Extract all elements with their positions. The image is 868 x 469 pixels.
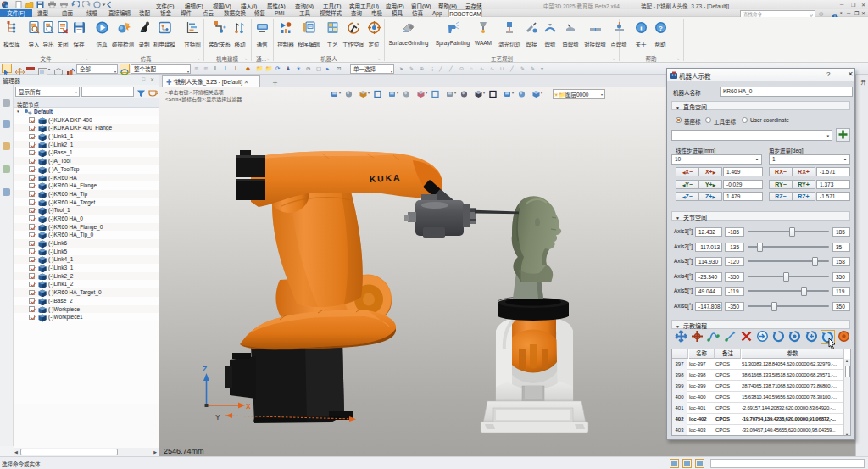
svg-text:Z: Z: [203, 365, 207, 373]
svg-text:?: ?: [659, 25, 663, 32]
svg-text:Y: Y: [215, 413, 220, 422]
svg-text:KUKA: KUKA: [369, 172, 401, 184]
svg-text:X: X: [246, 402, 251, 410]
